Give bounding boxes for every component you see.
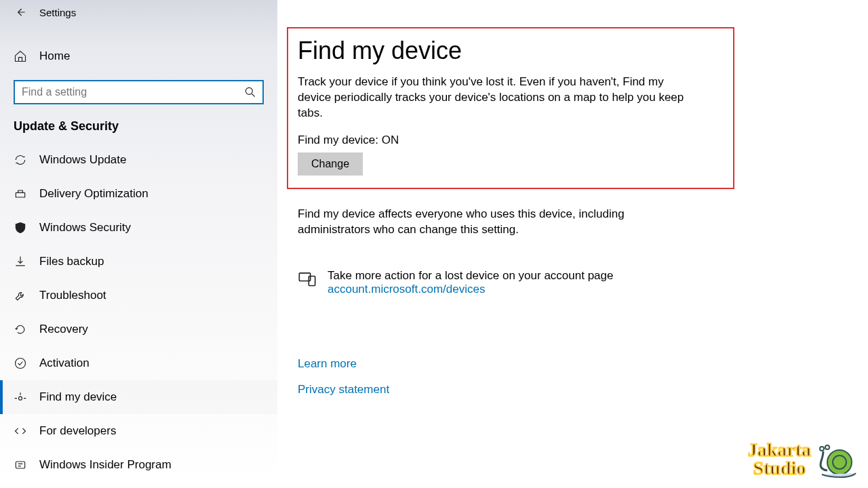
nav-label: Troubleshoot <box>39 289 106 302</box>
sidebar-item-windows-security[interactable]: Windows Security <box>0 211 277 245</box>
sidebar-item-for-developers[interactable]: For developers <box>0 414 277 448</box>
sidebar-home[interactable]: Home <box>0 39 277 73</box>
nav-label: Find my device <box>39 390 117 404</box>
privacy-link[interactable]: Privacy statement <box>298 383 848 396</box>
sidebar-item-windows-insider[interactable]: Windows Insider Program <box>0 448 277 482</box>
watermark: Jakarta Studio <box>748 438 859 481</box>
arrow-left-icon <box>14 5 27 19</box>
code-icon <box>14 424 27 438</box>
status-label: Find my device: ON <box>298 134 724 147</box>
section-label: Update & Security <box>0 115 277 143</box>
wrench-icon <box>14 289 27 302</box>
svg-point-8 <box>820 447 824 451</box>
account-action-row: Take more action for a lost device on yo… <box>298 269 848 296</box>
nav-label: Recovery <box>39 323 88 336</box>
page-title: Find my device <box>298 37 724 65</box>
svg-point-2 <box>19 396 22 400</box>
sidebar-item-troubleshoot[interactable]: Troubleshoot <box>0 279 277 312</box>
nav-label: Windows Update <box>39 153 127 167</box>
insider-icon <box>14 458 27 472</box>
nav-label: For developers <box>39 424 116 438</box>
home-label: Home <box>39 49 70 63</box>
back-button[interactable] <box>7 0 34 24</box>
account-link[interactable]: account.microsoft.com/devices <box>328 283 613 296</box>
backup-icon <box>14 255 27 268</box>
delivery-icon <box>14 187 27 201</box>
sidebar-item-find-my-device[interactable]: Find my device <box>0 380 277 414</box>
svg-rect-3 <box>16 462 24 468</box>
snail-icon <box>815 438 859 481</box>
window-title: Settings <box>39 7 76 18</box>
page-description: Track your device if you think you've lo… <box>298 75 691 121</box>
footer-links: Learn more Privacy statement <box>298 357 848 396</box>
sidebar-item-delivery-optimization[interactable]: Delivery Optimization <box>0 177 277 211</box>
nav-label: Windows Security <box>39 221 131 235</box>
sidebar-item-activation[interactable]: Activation <box>0 346 277 380</box>
sidebar: Settings Home Update & Security Windows … <box>0 0 277 488</box>
shield-icon <box>14 221 27 235</box>
svg-point-6 <box>827 450 852 474</box>
watermark-line1: Jakarta <box>748 441 811 460</box>
recovery-icon <box>14 323 27 336</box>
highlighted-section: Find my device Track your device if you … <box>287 27 734 189</box>
home-icon <box>14 49 27 63</box>
change-button[interactable]: Change <box>298 152 363 176</box>
search-wrap <box>0 73 277 115</box>
learn-more-link[interactable]: Learn more <box>298 357 848 371</box>
svg-point-1 <box>16 359 26 369</box>
sidebar-item-windows-update[interactable]: Windows Update <box>0 143 277 177</box>
main-content: Find my device Track your device if you … <box>277 0 868 488</box>
nav-label: Delivery Optimization <box>39 187 149 201</box>
sidebar-header: Settings <box>0 0 277 24</box>
nav-label: Windows Insider Program <box>39 458 172 472</box>
permissions-note: Find my device affects everyone who uses… <box>298 207 677 238</box>
account-action-text: Take more action for a lost device on yo… <box>328 269 613 283</box>
sidebar-item-recovery[interactable]: Recovery <box>0 312 277 346</box>
watermark-line2: Studio <box>748 460 811 478</box>
refresh-icon <box>14 153 27 167</box>
nav-label: Activation <box>39 357 90 370</box>
svg-point-9 <box>825 445 829 449</box>
search-input[interactable] <box>14 80 264 104</box>
locate-icon <box>14 390 27 404</box>
check-circle-icon <box>14 357 27 370</box>
devices-icon <box>298 269 317 288</box>
nav-label: Files backup <box>39 255 104 268</box>
sidebar-item-files-backup[interactable]: Files backup <box>0 245 277 279</box>
